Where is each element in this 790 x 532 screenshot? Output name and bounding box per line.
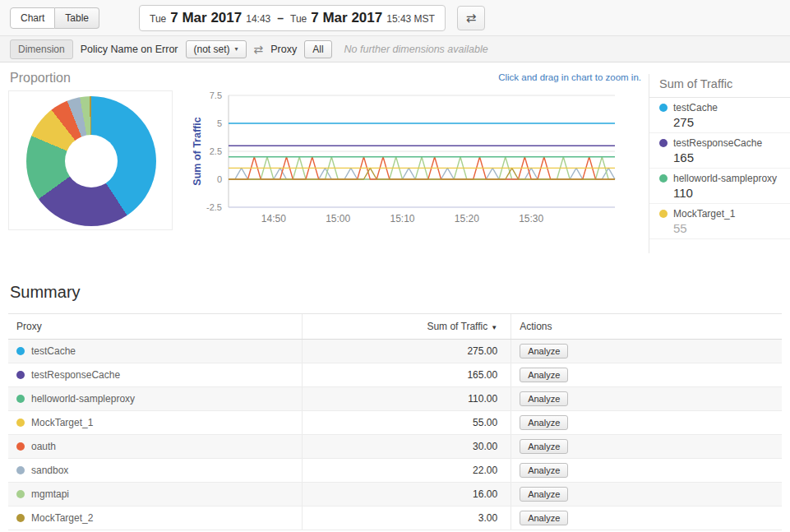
analyze-button[interactable]: Analyze — [520, 487, 568, 502]
legend-item[interactable]: testResponseCache165 — [649, 133, 790, 169]
actions-cell: Analyze — [511, 459, 782, 483]
analyze-button[interactable]: Analyze — [520, 415, 568, 430]
sum-value-cell: 22.00 — [303, 459, 511, 483]
swap-dimension-icon[interactable]: ⇄ — [254, 43, 264, 56]
col-sum-label: Sum of Traffic — [427, 321, 487, 332]
legend-series-value: 275 — [673, 115, 783, 129]
dropdown-value: (not set) — [194, 44, 230, 55]
y-tick-label: 7.5 — [210, 90, 222, 100]
date-range-picker[interactable]: Tue 7 Mar 2017 14:43 – Tue 7 Mar 2017 15… — [139, 5, 446, 31]
actions-cell: Analyze — [511, 363, 782, 387]
x-tick-label: 15:00 — [326, 213, 350, 224]
series-color-dot — [16, 347, 25, 355]
table-row: mgmtapi16.00Analyze — [8, 483, 782, 507]
y-axis-label: Sum of Traffic — [192, 117, 203, 185]
analyze-button[interactable]: Analyze — [520, 344, 568, 359]
legend-item[interactable]: testCache275 — [649, 98, 790, 133]
table-row: testResponseCache165.00Analyze — [8, 363, 782, 387]
start-time: 14:43 — [246, 13, 270, 25]
sum-value-cell: 3.00 — [303, 507, 511, 530]
series-color-dot — [16, 371, 25, 379]
refresh-button[interactable]: ⇄ — [457, 6, 485, 30]
refresh-icon: ⇄ — [466, 11, 477, 25]
no-dimensions-note: No further dimensions available — [344, 44, 488, 55]
legend-series-value: 55 — [673, 221, 783, 235]
donut-hole — [65, 135, 118, 187]
analyze-button[interactable]: Analyze — [520, 511, 568, 525]
series-color-dot — [659, 174, 668, 183]
start-date: 7 Mar 2017 — [170, 10, 242, 26]
tab-chart[interactable]: Chart — [10, 7, 55, 29]
sum-value-cell: 30.00 — [303, 435, 511, 459]
sum-value-cell: 165.00 — [303, 363, 511, 387]
legend-series-value: 110 — [673, 186, 783, 200]
sort-desc-icon: ▼ — [491, 324, 497, 331]
x-tick-label: 15:20 — [455, 213, 479, 224]
actions-cell: Analyze — [511, 411, 782, 435]
proportion-donut-chart[interactable] — [8, 90, 173, 230]
dimension-bar: Dimension Policy Name on Error (not set)… — [0, 36, 790, 62]
chart-section: Proportion Click and drag in chart to zo… — [0, 71, 790, 253]
proxy-name-cell: mgmtapi — [8, 483, 303, 507]
date-separator: – — [277, 12, 284, 25]
col-sum-of-traffic[interactable]: Sum of Traffic▼ — [303, 314, 511, 340]
table-row: testCache275.00Analyze — [8, 340, 782, 363]
analyze-button[interactable]: Analyze — [520, 439, 568, 454]
proxy-dimension-label: Proxy — [270, 44, 297, 55]
x-tick-label: 15:30 — [519, 213, 543, 224]
analyze-button[interactable]: Analyze — [520, 391, 568, 406]
legend-series-name: MockTarget_1 — [659, 208, 783, 220]
traffic-line-chart[interactable]: -2.502.557.514:5015:0015:1015:2015:30Sum… — [191, 86, 641, 240]
dimension-button[interactable]: Dimension — [10, 39, 73, 59]
sum-value-cell: 55.00 — [303, 411, 511, 435]
dimension-name-label: Policy Name on Error — [81, 44, 178, 55]
legend-item[interactable]: MockTarget_155 — [649, 204, 790, 239]
analyze-button[interactable]: Analyze — [520, 368, 568, 382]
chart-legend: Sum of Traffic testCache275testResponseC… — [649, 74, 790, 253]
view-toggle: Chart Table — [10, 7, 99, 29]
end-day: Tue — [290, 13, 307, 25]
actions-cell: Analyze — [511, 340, 782, 363]
legend-series-name: helloworld-sampleproxy — [659, 173, 783, 184]
series-color-dot — [659, 139, 668, 147]
x-tick-label: 15:10 — [390, 213, 414, 224]
series-color-dot — [16, 514, 25, 522]
y-tick-label: 0 — [217, 174, 222, 184]
sum-value-cell: 275.00 — [303, 340, 511, 363]
table-row: sandbox22.00Analyze — [8, 459, 782, 483]
analyze-button[interactable]: Analyze — [520, 463, 568, 478]
tab-table[interactable]: Table — [55, 7, 99, 29]
y-tick-label: -2.5 — [206, 202, 222, 212]
col-proxy: Proxy — [8, 314, 303, 340]
summary-table: Proxy Sum of Traffic▼ Actions testCache2… — [8, 313, 782, 530]
series-color-dot — [16, 442, 25, 451]
table-row: MockTarget_155.00Analyze — [8, 411, 782, 435]
series-color-dot — [16, 395, 25, 403]
end-time: 15:43 MST — [386, 13, 435, 25]
legend-series-name: testResponseCache — [659, 137, 783, 149]
legend-item[interactable]: helloworld-sampleproxy110 — [649, 169, 790, 204]
sum-value-cell: 110.00 — [303, 387, 511, 411]
series-color-dot — [16, 466, 25, 474]
proxy-name-cell: testResponseCache — [8, 363, 303, 387]
y-tick-label: 5 — [217, 118, 222, 128]
proxy-name-cell: sandbox — [8, 459, 303, 483]
sum-value-cell: 16.00 — [303, 483, 511, 507]
legend-series-value: 165 — [673, 150, 783, 164]
x-tick-label: 14:50 — [261, 213, 286, 224]
summary-section: Summary Proxy Sum of Traffic▼ Actions te… — [0, 283, 790, 530]
actions-cell: Analyze — [511, 507, 782, 530]
table-header-row: Proxy Sum of Traffic▼ Actions — [8, 314, 782, 340]
top-toolbar: Chart Table Tue 7 Mar 2017 14:43 – Tue 7… — [0, 0, 790, 36]
series-color-dot — [659, 104, 668, 112]
start-day: Tue — [150, 13, 166, 25]
all-filter-button[interactable]: All — [304, 40, 331, 58]
legend-series-name: testCache — [659, 102, 783, 113]
series-color-dot — [659, 210, 668, 218]
proxy-name-cell: MockTarget_2 — [8, 507, 303, 530]
proxy-name-cell: helloworld-sampleproxy — [8, 387, 303, 411]
proxy-name-cell: testCache — [8, 340, 303, 363]
zoom-hint: Click and drag in chart to zoom in. — [345, 72, 641, 82]
dimension-value-dropdown[interactable]: (not set) ▾ — [186, 40, 247, 58]
y-tick-label: 2.5 — [210, 146, 222, 156]
